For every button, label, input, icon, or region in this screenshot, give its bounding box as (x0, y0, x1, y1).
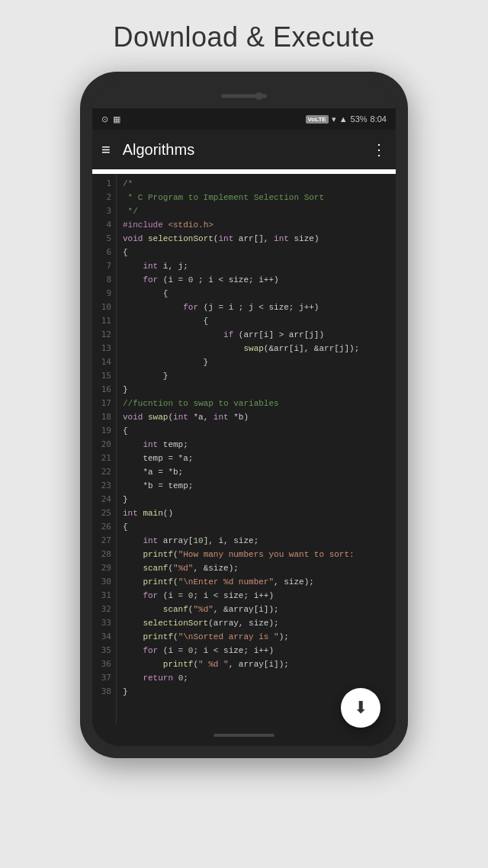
code-text: /* * C Program to Implement Selection So… (117, 174, 396, 725)
app-toolbar: ≡ Algorithms ⋮ (92, 130, 396, 169)
battery-level: 53% (351, 114, 368, 124)
status-bar: ⊙ ▦ VoLTE ▾ ▲ 53% 8:04 (92, 108, 396, 130)
menu-icon[interactable]: ≡ (101, 141, 111, 159)
signal-icon: ▲ (339, 114, 348, 124)
download-icon: ⬇ (354, 698, 368, 718)
status-left: ⊙ ▦ (101, 114, 120, 124)
more-options-icon[interactable]: ⋮ (371, 140, 387, 159)
phone-body: 12345 678910 1112131415 1617181920 21222… (92, 174, 396, 746)
volte-badge: VoLTE (306, 115, 329, 124)
phone-screen: ⊙ ▦ VoLTE ▾ ▲ 53% 8:04 ≡ Algorithms ⋮ (92, 84, 396, 746)
home-indicator-area (92, 725, 396, 746)
clock-icon: ⊙ (101, 114, 108, 124)
phone-top-bezel (92, 84, 396, 108)
toolbar-title: Algorithms (123, 141, 371, 159)
code-editor[interactable]: 12345 678910 1112131415 1617181920 21222… (92, 174, 396, 725)
camera (255, 92, 263, 100)
home-indicator (214, 734, 274, 737)
page-title: Download & Execute (113, 21, 374, 53)
status-right: VoLTE ▾ ▲ 53% 8:04 (306, 114, 387, 124)
image-icon: ▦ (113, 114, 120, 124)
wifi-icon: ▾ (332, 114, 336, 124)
phone-frame: ⊙ ▦ VoLTE ▾ ▲ 53% 8:04 ≡ Algorithms ⋮ (80, 72, 408, 758)
line-numbers: 12345 678910 1112131415 1617181920 21222… (92, 174, 117, 725)
download-fab-button[interactable]: ⬇ (341, 688, 380, 728)
clock-display: 8:04 (371, 114, 387, 124)
